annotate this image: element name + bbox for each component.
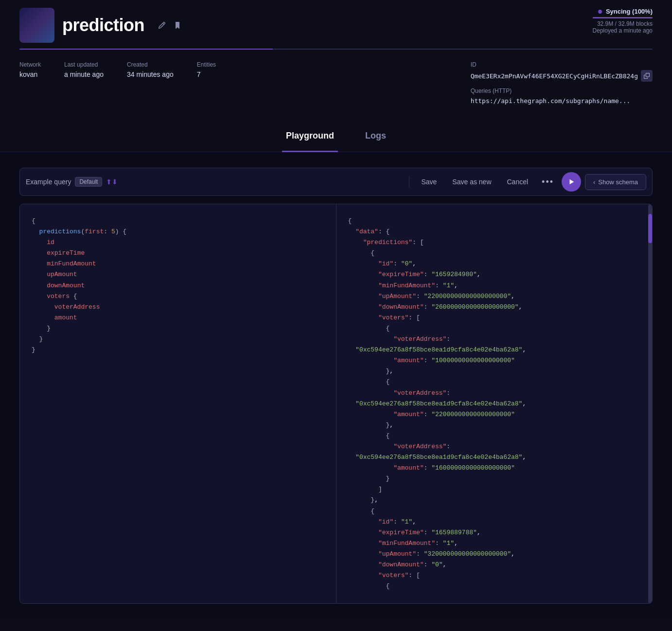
scrollbar[interactable] (648, 204, 652, 603)
sync-status: Syncing (100%) 32.9M / 32.9M blocks Depl… (593, 8, 653, 34)
meta-entities: Entities 7 (197, 61, 216, 79)
more-options-button[interactable]: ••• (538, 174, 558, 190)
result-panel[interactable]: { "data": { "predictions": [ { "id": "0"… (336, 204, 653, 603)
tabs: Playground Logs (0, 113, 672, 152)
sync-progress-fill (593, 17, 653, 18)
meta-queries: Queries (HTTP) https://api.thegraph.com/… (471, 88, 653, 105)
page-header: prediction Syncing (100%) 32.9M / (0, 0, 672, 50)
code-panels: { predictions(first: 5) { id expireTime … (19, 204, 653, 604)
tab-logs[interactable]: Logs (361, 125, 390, 152)
bookmark-button[interactable] (172, 19, 183, 31)
sync-dot (598, 10, 602, 14)
sync-progress-bar (593, 17, 653, 18)
meta-last-updated: Last updated a minute ago (64, 61, 104, 79)
project-avatar (19, 8, 54, 43)
save-button[interactable]: Save (415, 175, 442, 189)
header-top: prediction Syncing (100%) 32.9M / (19, 8, 653, 43)
meta-id: ID QmeE3ERx2mPnAVwf46EF54XG2ECyCgHiRnLBE… (471, 61, 653, 105)
tab-playground[interactable]: Playground (282, 125, 338, 152)
query-toolbar: Example query Default ⬆⬇ Save Save as ne… (19, 168, 653, 196)
toolbar-divider (409, 176, 409, 188)
meta-info-row: Network kovan Last updated a minute ago … (0, 50, 672, 113)
id-value-row: QmeE3ERx2mPnAVwf46EF54XG2ECyCgHiRnLBEcZB… (471, 70, 653, 82)
query-code: { predictions(first: 5) { id expireTime … (32, 216, 324, 355)
copy-id-button[interactable] (641, 70, 653, 82)
header-divider (19, 49, 653, 50)
meta-created: Created 34 minutes ago (127, 61, 174, 79)
sync-label: Syncing (100%) (593, 8, 653, 15)
show-schema-button[interactable]: ‹ Show schema (585, 174, 646, 190)
cancel-button[interactable]: Cancel (501, 175, 534, 189)
chevron-left-icon: ‹ (593, 178, 595, 186)
run-query-button[interactable] (562, 172, 581, 192)
example-query-selector[interactable]: Example query Default ⬆⬇ (26, 177, 403, 187)
query-panel[interactable]: { predictions(first: 5) { id expireTime … (20, 204, 336, 603)
sync-blocks: 32.9M / 32.9M blocks (593, 20, 653, 27)
save-as-new-button[interactable]: Save as new (446, 175, 497, 189)
sync-deployed: Deployed a minute ago (593, 27, 653, 34)
project-title: prediction (62, 15, 144, 35)
meta-network: Network kovan (19, 61, 41, 79)
scrollbar-thumb[interactable] (648, 214, 652, 243)
playground-container: Example query Default ⬆⬇ Save Save as ne… (0, 152, 672, 619)
edit-button[interactable] (156, 19, 168, 31)
header-actions (156, 19, 183, 31)
dropdown-arrow-icon: ⬆⬇ (106, 178, 118, 186)
result-code: { "data": { "predictions": [ { "id": "0"… (348, 216, 641, 592)
